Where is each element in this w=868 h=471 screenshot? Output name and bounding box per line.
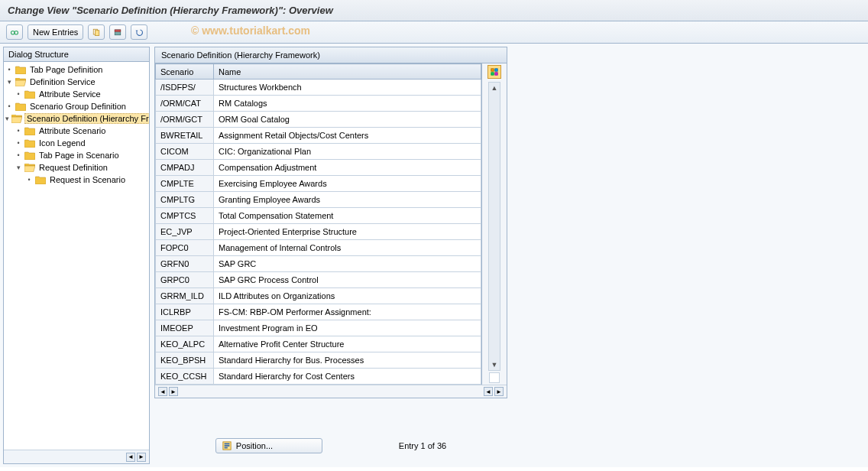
tree-expander[interactable]: ▾: [5, 115, 9, 122]
table-row[interactable]: GRPC0SAP GRC Process Control: [156, 272, 481, 288]
name-cell[interactable]: Structures Workbench: [214, 80, 481, 96]
tree-node[interactable]: •Tab Page in Scenario: [4, 149, 149, 161]
new-entries-button[interactable]: New Entries: [28, 24, 83, 40]
name-cell[interactable]: Standard Hierarchy for Bus. Processes: [214, 352, 481, 369]
sidebar-scroll-right[interactable]: ►: [137, 453, 146, 462]
name-cell[interactable]: RM Catalogs: [214, 96, 481, 112]
scenario-cell[interactable]: CMPADJ: [156, 160, 214, 176]
tree-node[interactable]: •Attribute Service: [4, 88, 149, 100]
table-vscroll[interactable]: ▲ ▼: [488, 82, 500, 371]
table-row[interactable]: /ORM/CATRM Catalogs: [156, 96, 481, 112]
scenario-cell[interactable]: KEO_ALPC: [156, 336, 214, 352]
table-scroll-right[interactable]: ►: [169, 387, 178, 396]
table-row[interactable]: CMPTCSTotal Compensation Statement: [156, 208, 481, 224]
name-cell[interactable]: Standard Hierarchy for Cost Centers: [214, 369, 481, 385]
scenario-cell[interactable]: GRFN0: [156, 256, 214, 272]
table-row[interactable]: KEO_ALPCAlternative Profit Center Struct…: [156, 336, 481, 352]
tree-expander[interactable]: ▾: [5, 78, 13, 86]
scenario-cell[interactable]: CMPTCS: [156, 208, 214, 224]
scenario-cell[interactable]: FOPC0: [156, 240, 214, 256]
tree-expander[interactable]: •: [15, 127, 22, 135]
name-cell[interactable]: Granting Employee Awards: [214, 192, 481, 208]
tree-expander[interactable]: ▾: [15, 164, 22, 171]
position-button[interactable]: Position...: [215, 438, 322, 453]
name-cell[interactable]: Project-Oriented Enterprise Structure: [214, 224, 481, 240]
tree-expander[interactable]: •: [25, 176, 33, 184]
col-scenario-header[interactable]: Scenario: [156, 64, 214, 80]
sidebar-scroll-left[interactable]: ◄: [126, 453, 135, 462]
table-row[interactable]: CMPLTGGranting Employee Awards: [156, 192, 481, 208]
scenario-cell[interactable]: /ORM/GCT: [156, 112, 214, 128]
toggle-button[interactable]: [6, 24, 23, 40]
scenario-cell[interactable]: ICLRBP: [156, 304, 214, 320]
scenario-cell[interactable]: CMPLTG: [156, 192, 214, 208]
scenario-cell[interactable]: EC_JVP: [156, 224, 214, 240]
table-settings-icon[interactable]: [487, 65, 501, 79]
table-row[interactable]: /ISDFPS/Structures Workbench: [156, 80, 481, 96]
name-cell[interactable]: ILD Attributes on Organizations: [214, 288, 481, 304]
tree-expander[interactable]: •: [15, 151, 22, 159]
delete-button[interactable]: [109, 24, 126, 40]
tree-expander[interactable]: •: [5, 102, 13, 110]
tree-node[interactable]: •Scenario Group Definition: [4, 100, 149, 112]
table-row[interactable]: IMEOEPInvestment Program in EO: [156, 320, 481, 336]
scenario-cell[interactable]: CMPLTE: [156, 176, 214, 192]
scenario-cell[interactable]: /ORM/CAT: [156, 96, 214, 112]
scroll-down-icon[interactable]: ▼: [489, 359, 500, 370]
scenario-cell[interactable]: IMEOEP: [156, 320, 214, 336]
delete-icon: [113, 28, 122, 37]
table-scroll-left[interactable]: ◄: [158, 387, 167, 396]
name-cell[interactable]: SAP GRC Process Control: [214, 272, 481, 288]
name-cell[interactable]: FS-CM: RBP-OM Performer Assignment:: [214, 304, 481, 320]
table-row[interactable]: CICOMCIC: Organizational Plan: [156, 144, 481, 160]
table-row[interactable]: KEO_CCSHStandard Hierarchy for Cost Cent…: [156, 369, 481, 385]
table-scroll-right-2[interactable]: ►: [494, 387, 504, 396]
scenario-cell[interactable]: KEO_BPSH: [156, 352, 214, 369]
tree-node[interactable]: •Attribute Scenario: [4, 125, 149, 137]
tree-expander[interactable]: •: [15, 139, 22, 147]
name-cell[interactable]: Management of Internal Controls: [214, 240, 481, 256]
name-cell[interactable]: ORM Goal Catalog: [214, 112, 481, 128]
table-row[interactable]: EC_JVPProject-Oriented Enterprise Struct…: [156, 224, 481, 240]
name-cell[interactable]: Exercising Employee Awards: [214, 176, 481, 192]
scenario-cell[interactable]: BWRETAIL: [156, 128, 214, 144]
table-row[interactable]: ICLRBPFS-CM: RBP-OM Performer Assignment…: [156, 304, 481, 320]
table-row[interactable]: GRFN0SAP GRC: [156, 256, 481, 272]
select-all-box[interactable]: [489, 372, 500, 383]
folder-closed-icon: [15, 102, 26, 111]
scroll-up-icon[interactable]: ▲: [489, 83, 500, 93]
table-row[interactable]: /ORM/GCTORM Goal Catalog: [156, 112, 481, 128]
col-name-header[interactable]: Name: [214, 64, 481, 80]
table-row[interactable]: CMPLTEExercising Employee Awards: [156, 176, 481, 192]
tree-node[interactable]: ▾Definition Service: [4, 76, 149, 88]
tree-node[interactable]: •Request in Scenario: [4, 174, 149, 186]
table-scroll-left-2[interactable]: ◄: [484, 387, 493, 396]
table-row[interactable]: GRRM_ILDILD Attributes on Organizations: [156, 288, 481, 304]
table-row[interactable]: KEO_BPSHStandard Hierarchy for Bus. Proc…: [156, 352, 481, 369]
scenario-table[interactable]: Scenario Name /ISDFPS/Structures Workben…: [155, 63, 481, 385]
table-row[interactable]: FOPC0Management of Internal Controls: [156, 240, 481, 256]
tree-expander[interactable]: •: [15, 90, 22, 98]
dialog-structure-tree[interactable]: •Tab Page Definition▾Definition Service•…: [4, 62, 149, 450]
table-row[interactable]: CMPADJCompensation Adjustment: [156, 160, 481, 176]
tree-node[interactable]: •Tab Page Definition: [4, 63, 149, 76]
scenario-cell[interactable]: KEO_CCSH: [156, 369, 214, 385]
undo-button[interactable]: [131, 24, 147, 40]
name-cell[interactable]: SAP GRC: [214, 256, 481, 272]
scenario-cell[interactable]: GRRM_ILD: [156, 288, 214, 304]
scenario-cell[interactable]: CICOM: [156, 144, 214, 160]
scenario-cell[interactable]: GRPC0: [156, 272, 214, 288]
name-cell[interactable]: Compensation Adjustment: [214, 160, 481, 176]
name-cell[interactable]: Alternative Profit Center Structure: [214, 336, 481, 352]
tree-expander[interactable]: •: [5, 66, 13, 73]
table-row[interactable]: BWRETAILAssignment Retail Objects/Cost C…: [156, 128, 481, 144]
scenario-cell[interactable]: /ISDFPS/: [156, 80, 214, 96]
name-cell[interactable]: Assignment Retail Objects/Cost Centers: [214, 128, 481, 144]
tree-node[interactable]: ▾Request Definition: [4, 161, 149, 174]
name-cell[interactable]: CIC: Organizational Plan: [214, 144, 481, 160]
tree-node[interactable]: •Icon Legend: [4, 137, 149, 149]
tree-node[interactable]: ▾Scenario Definition (Hierarchy Framewor…: [4, 112, 149, 125]
name-cell[interactable]: Investment Program in EO: [214, 320, 481, 336]
name-cell[interactable]: Total Compensation Statement: [214, 208, 481, 224]
copy-button[interactable]: [88, 24, 105, 40]
